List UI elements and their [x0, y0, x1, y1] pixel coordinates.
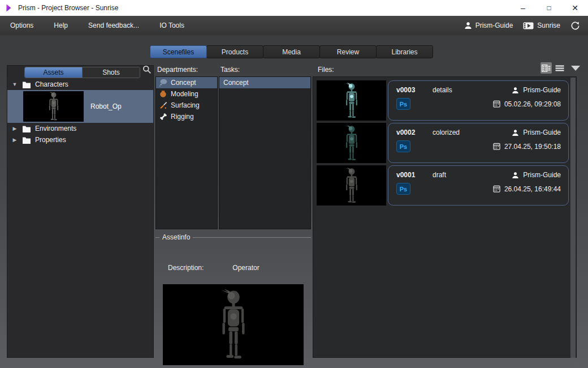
thought-bubble-icon	[158, 79, 168, 87]
department-label: Surfacing	[171, 101, 200, 109]
description-label: Description:	[168, 264, 204, 272]
description-value: Operator	[232, 264, 259, 272]
view-dropdown-caret-icon[interactable]	[571, 66, 580, 71]
folder-icon	[22, 136, 31, 144]
file-thumbnail	[317, 123, 386, 163]
tab-scenefiles[interactable]: Scenefiles	[150, 45, 207, 58]
file-comment: draft	[433, 171, 446, 179]
tasks-list: Concept	[219, 76, 311, 229]
tab-assets[interactable]: Assets	[25, 67, 82, 78]
departments-list: Concept Modeling Surfacing Rigging	[155, 76, 218, 229]
window-title: Prism - Project Browser - Sunrise	[18, 4, 118, 12]
file-user: Prism-Guide	[523, 171, 561, 179]
folder-icon	[22, 81, 31, 88]
user-icon	[512, 129, 519, 136]
close-button[interactable]: ✕	[562, 0, 588, 16]
file-row-v0001[interactable]: v0001 draft Prism-Guide Ps 26.04.25, 16:…	[317, 165, 576, 206]
tree-item-robot-op[interactable]: Robot_Op	[7, 90, 153, 123]
content-area: Scenefiles Products Media Review Librari…	[0, 35, 588, 368]
project-chip[interactable]: Sunrise	[523, 22, 560, 30]
app-window: Prism - Project Browser - Sunrise – □ ✕ …	[0, 0, 588, 368]
department-label: Rigging	[171, 113, 194, 121]
compact-list-view-button[interactable]	[554, 62, 565, 74]
department-surfacing[interactable]: Surfacing	[156, 100, 217, 111]
menu-help[interactable]: Help	[44, 16, 78, 35]
title-bar: Prism - Project Browser - Sunrise – □ ✕	[0, 0, 588, 16]
files-scrollbar[interactable]	[570, 78, 576, 358]
project-name: Sunrise	[537, 22, 560, 29]
department-rigging[interactable]: Rigging	[156, 111, 217, 122]
asset-name: Robot_Op	[90, 102, 122, 110]
asset-shot-tabs: Assets Shots	[24, 67, 140, 78]
menu-send-feedback[interactable]: Send feedback...	[78, 16, 149, 35]
caret-right-icon[interactable]: ▶	[7, 126, 22, 131]
file-row-v0003[interactable]: v0003 details Prism-Guide Ps 05.02.26, 0…	[317, 80, 576, 121]
file-card: v0003 details Prism-Guide Ps 05.02.26, 0…	[388, 80, 569, 121]
tree-label: Environments	[35, 125, 76, 132]
tab-review[interactable]: Review	[319, 45, 377, 58]
file-version: v0003	[396, 86, 433, 94]
tab-shots[interactable]: Shots	[82, 67, 140, 78]
tasks-label: Tasks:	[220, 66, 240, 74]
assetinfo-group: Assetinfo Description: Operator	[155, 233, 311, 358]
refresh-icon[interactable]	[570, 21, 580, 31]
file-user: Prism-Guide	[523, 129, 561, 136]
file-row-v0002[interactable]: v0002 colorized Prism-Guide Ps 27.04.25,…	[317, 123, 576, 163]
asset-tree: ▼ Characters Robot_Op ▶	[7, 79, 153, 146]
calendar-icon	[493, 143, 500, 150]
photoshop-icon: Ps	[396, 140, 410, 152]
file-version: v0002	[396, 129, 433, 136]
bone-icon	[158, 113, 168, 121]
file-card: v0001 draft Prism-Guide Ps 26.04.25, 16:…	[388, 165, 569, 206]
tab-products[interactable]: Products	[206, 45, 263, 58]
department-concept[interactable]: Concept	[156, 77, 217, 88]
user-chip[interactable]: Prism-Guide	[464, 22, 513, 29]
detailed-list-view-button[interactable]	[541, 62, 552, 74]
file-comment: details	[433, 86, 452, 94]
task-concept[interactable]: Concept	[219, 77, 310, 88]
tree-item-characters[interactable]: ▼ Characters	[7, 79, 153, 90]
file-comment: colorized	[433, 129, 460, 136]
maximize-button[interactable]: □	[536, 0, 562, 16]
tab-libraries[interactable]: Libraries	[376, 45, 433, 58]
department-modeling[interactable]: Modeling	[156, 88, 217, 100]
asset-preview-image	[163, 284, 304, 365]
user-icon	[512, 87, 519, 94]
calendar-icon	[493, 185, 500, 192]
tree-label: Characters	[35, 80, 68, 88]
file-date: 26.04.25, 16:49:44	[504, 185, 561, 193]
project-icon	[523, 22, 534, 30]
file-thumbnail	[317, 80, 386, 121]
departments-label: Departments:	[157, 66, 198, 74]
view-controls	[541, 62, 580, 74]
minimize-button[interactable]: –	[510, 0, 536, 16]
menu-bar: Options Help Send feedback... IO Tools P…	[0, 16, 588, 35]
prism-logo-icon	[5, 3, 12, 12]
photoshop-icon: Ps	[396, 183, 410, 195]
file-user: Prism-Guide	[523, 86, 561, 94]
menu-options[interactable]: Options	[0, 16, 44, 35]
file-version: v0001	[396, 171, 433, 179]
caret-down-icon[interactable]: ▼	[7, 82, 22, 87]
asset-thumbnail	[23, 91, 84, 122]
main-tab-bar: Scenefiles Products Media Review Librari…	[150, 45, 433, 58]
search-icon[interactable]	[142, 65, 152, 74]
user-icon	[512, 172, 519, 179]
photoshop-icon: Ps	[396, 98, 410, 110]
caret-right-icon[interactable]: ▶	[7, 137, 22, 143]
tree-label: Properties	[35, 136, 66, 144]
department-label: Modeling	[171, 90, 198, 98]
tree-item-environments[interactable]: ▶ Environments	[7, 123, 153, 134]
files-label: Files:	[318, 66, 334, 74]
files-panel: v0003 details Prism-Guide Ps 05.02.26, 0…	[313, 76, 577, 358]
folder-icon	[22, 125, 31, 132]
file-date: 27.04.25, 19:50:18	[504, 143, 561, 151]
tree-item-properties[interactable]: ▶ Properties	[7, 134, 153, 146]
department-label: Concept	[171, 79, 196, 87]
menu-io-tools[interactable]: IO Tools	[149, 16, 194, 35]
user-icon	[464, 22, 472, 29]
assetinfo-title: Assetinfo	[159, 233, 193, 241]
calendar-icon	[493, 100, 500, 108]
user-name: Prism-Guide	[475, 22, 513, 29]
tab-media[interactable]: Media	[263, 45, 320, 58]
